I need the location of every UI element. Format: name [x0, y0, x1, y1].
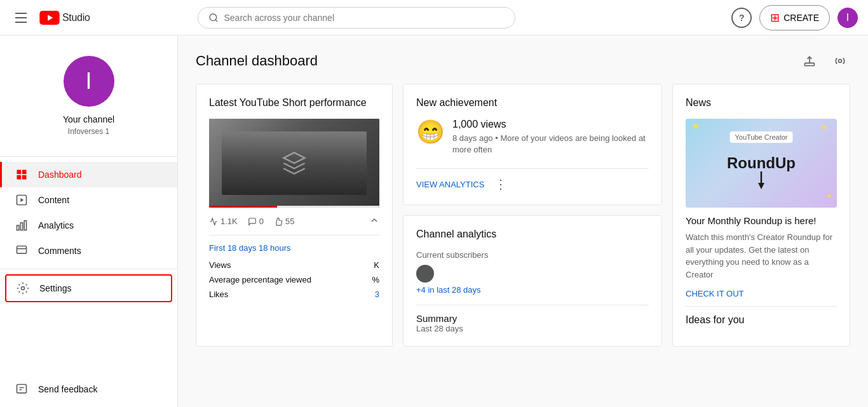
menu-button[interactable]: [10, 8, 32, 28]
channel-avatar[interactable]: I: [64, 56, 114, 107]
achievement-card: New achievement 😁 1,000 views 8 days ago…: [403, 84, 662, 205]
sidebar-item-label: Send feedback: [38, 384, 97, 394]
create-button[interactable]: ⊞ CREATE: [759, 5, 830, 30]
studio-label: Studio: [62, 12, 90, 23]
svg-rect-17: [17, 385, 27, 393]
sidebar-item-label: Comments: [38, 246, 81, 256]
roundup-text: RoundUp: [727, 154, 796, 171]
perf-avg-val: %: [372, 275, 379, 284]
channel-analytics-card: Channel analytics Current subscribers +4…: [403, 215, 662, 347]
svg-marker-9: [20, 198, 24, 203]
achievement-title: New achievement: [416, 97, 649, 109]
perf-avg-row: Average percentage viewed %: [209, 275, 379, 284]
settings-icon: [17, 282, 29, 295]
sidebar-divider: [0, 156, 177, 157]
sidebar-item-label: Dashboard: [38, 170, 82, 180]
perf-likes-row: Likes 3: [209, 290, 379, 299]
progress-bar: [209, 206, 379, 208]
channel-subtitle: Infoverses 1: [0, 127, 177, 136]
sidebar: I Your channel Infoverses 1 Dashboard Co…: [0, 36, 178, 407]
header-right: ? ⊞ CREATE I: [731, 5, 858, 30]
news-title: News: [686, 97, 837, 109]
dashboard-header: Channel dashboard: [196, 51, 850, 71]
create-label: CREATE: [783, 13, 819, 23]
header-left: Studio: [10, 8, 90, 28]
perf-views-row: Views K: [209, 260, 379, 270]
logo[interactable]: Studio: [39, 11, 90, 25]
svg-point-22: [839, 60, 842, 63]
svg-rect-4: [17, 170, 22, 175]
dashboard-actions: [799, 51, 850, 71]
svg-rect-13: [17, 246, 27, 254]
sidebar-divider-2: [0, 269, 177, 269]
achievement-emoji: 😁: [416, 119, 445, 145]
sidebar-item-content[interactable]: Content: [0, 187, 177, 213]
svg-marker-23: [692, 123, 700, 129]
view-analytics-button[interactable]: VIEW ANALYTICS: [416, 180, 484, 189]
svg-rect-11: [20, 223, 22, 230]
performance-section: First 18 days 18 hours Views K Average p…: [209, 235, 379, 299]
sidebar-item-label: Analytics: [38, 220, 74, 230]
search-input[interactable]: [224, 13, 505, 23]
subscribers-change: +4 in last 28 days: [416, 285, 649, 295]
sidebar-item-label: Settings: [39, 283, 72, 293]
subscribers-label: Current subscribers: [416, 250, 649, 260]
comments-stat: 0: [248, 217, 264, 226]
channel-name: Your channel: [0, 114, 177, 124]
achievement-text: 1,000 views 8 days ago • More of your vi…: [452, 119, 649, 156]
sidebar-item-comments[interactable]: Comments: [0, 238, 177, 264]
svg-line-3: [216, 20, 218, 22]
progress-fill: [209, 206, 277, 208]
news-thumb-inner: YouTube Creator RoundUp: [686, 119, 837, 208]
help-button[interactable]: ?: [731, 8, 752, 28]
perf-avg-label: Average percentage viewed: [209, 275, 311, 284]
svg-rect-5: [22, 170, 27, 175]
analytics-section: Current subscribers +4 in last 28 days: [416, 250, 649, 295]
channel-analytics-title: Channel analytics: [416, 229, 649, 240]
news-card: News YouTube Creator RoundUp: [672, 84, 850, 347]
create-plus-icon: ⊞: [770, 11, 780, 25]
search-icon: [208, 13, 219, 23]
svg-marker-25: [827, 194, 832, 198]
upload-icon[interactable]: [799, 51, 820, 71]
svg-marker-24: [821, 124, 827, 130]
search-bar[interactable]: [198, 7, 515, 29]
sidebar-item-analytics[interactable]: Analytics: [0, 213, 177, 238]
summary-sub: Last 28 days: [416, 324, 649, 333]
news-body-text: Watch this month's Creator Roundup for a…: [686, 231, 837, 281]
svg-rect-21: [805, 63, 815, 65]
cards-row: Latest YouTube Short performance 1.1K: [196, 84, 850, 347]
analytics-icon: [15, 219, 28, 232]
comments-icon: [15, 244, 28, 257]
svg-rect-7: [22, 175, 27, 180]
thumbnail-image: [209, 119, 379, 208]
content-icon: [15, 194, 28, 206]
likes-stat: 55: [274, 217, 294, 226]
svg-rect-10: [17, 225, 19, 230]
sidebar-item-settings[interactable]: Settings: [5, 274, 172, 302]
active-bar: [0, 162, 2, 187]
sidebar-item-send-feedback[interactable]: Send feedback: [0, 377, 177, 402]
main-content: Channel dashboard Latest YouTube Short p…: [178, 36, 868, 407]
summary-title: Summary: [416, 313, 649, 324]
likes-value: 55: [285, 217, 294, 226]
check-out-button[interactable]: CHECK IT OUT: [686, 289, 744, 298]
news-thumbnail: YouTube Creator RoundUp: [686, 119, 837, 208]
sidebar-item-dashboard[interactable]: Dashboard: [0, 162, 177, 187]
svg-marker-27: [758, 183, 764, 189]
perf-views-val: K: [374, 260, 379, 270]
comments-value: 0: [259, 217, 264, 226]
achievement-content: 😁 1,000 views 8 days ago • More of your …: [416, 119, 649, 156]
more-button[interactable]: ⋮: [494, 177, 507, 192]
short-thumbnail: [209, 119, 379, 208]
roundup-badge: YouTube Creator: [730, 131, 793, 143]
svg-rect-12: [24, 221, 26, 230]
channel-profile: I Your channel Infoverses 1: [0, 46, 177, 151]
broadcast-icon[interactable]: [830, 51, 850, 71]
news-divider: [686, 306, 837, 307]
page-title: Channel dashboard: [196, 53, 318, 69]
short-stats: 1.1K 0 55: [209, 215, 379, 227]
latest-short-title: Latest YouTube Short performance: [209, 97, 379, 109]
user-avatar[interactable]: I: [837, 8, 858, 28]
news-body-title: Your Monthly Roundup is here!: [686, 215, 837, 226]
